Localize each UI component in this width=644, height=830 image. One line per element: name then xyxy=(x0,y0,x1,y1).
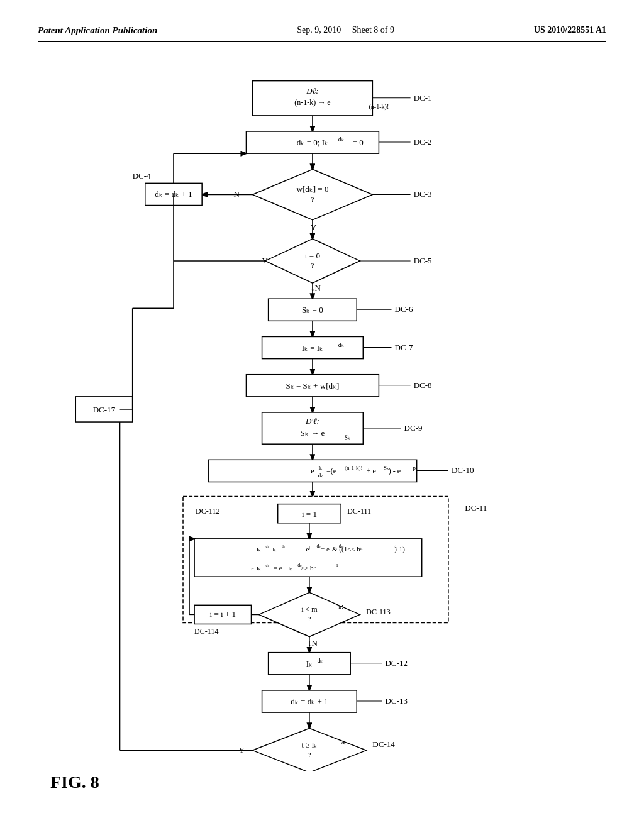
svg-text:?: ? xyxy=(308,615,311,622)
svg-text:DC-111: DC-111 xyxy=(347,507,371,516)
svg-text:DC-8: DC-8 xyxy=(414,380,432,390)
svg-text:dₖ = 0; Iₖ: dₖ = 0; Iₖ xyxy=(297,138,328,147)
svg-text:DC-113: DC-113 xyxy=(366,607,390,616)
svg-text:dₖ: dₖ xyxy=(317,657,323,664)
page: Patent Application Publication Sep. 9, 2… xyxy=(0,0,644,830)
flowchart-diagram: Dℓ: (n-1-k) → e (n-1-k)! DC-1 dₖ = 0; Iₖ… xyxy=(38,60,606,771)
svg-text:?: ? xyxy=(308,751,311,758)
svg-marker-14 xyxy=(253,169,373,219)
svg-text:Iₖ: Iₖ xyxy=(306,659,313,668)
svg-text:>> bⁿ: >> bⁿ xyxy=(301,564,316,572)
svg-text:i = i + 1: i = i + 1 xyxy=(210,609,236,619)
svg-text:)-1): )-1) xyxy=(394,545,405,553)
svg-text:e: e xyxy=(252,565,254,572)
svg-text:Iₖ = Iₖ: Iₖ = Iₖ xyxy=(302,343,324,353)
svg-text:Sₖ → e: Sₖ → e xyxy=(301,428,325,438)
svg-text:dₖ: dₖ xyxy=(282,545,286,548)
header-date-sheet: Sep. 9, 2010 Sheet 8 of 9 xyxy=(297,25,394,35)
header-sheet: Sheet 8 of 9 xyxy=(352,25,394,35)
svg-text:e: e xyxy=(311,467,314,475)
svg-text:dₖ: dₖ xyxy=(266,563,270,567)
svg-text:n!: n! xyxy=(338,604,343,610)
svg-text:= e: = e xyxy=(321,545,330,553)
svg-text:Y: Y xyxy=(311,223,317,232)
svg-text:dₖ = dₖ + 1: dₖ = dₖ + 1 xyxy=(291,697,328,706)
svg-text:= 0: = 0 xyxy=(353,138,364,147)
svg-text:dₖ: dₖ xyxy=(266,545,270,548)
figure-label: FIG. 8 xyxy=(50,772,99,792)
svg-text:DC-9: DC-9 xyxy=(404,423,423,433)
page-header: Patent Application Publication Sep. 9, 2… xyxy=(38,25,606,42)
header-title: Patent Application Publication xyxy=(38,25,157,36)
svg-text:DC-14: DC-14 xyxy=(372,739,395,749)
svg-text:p: p xyxy=(413,465,416,471)
svg-text:+ e: + e xyxy=(367,467,376,475)
svg-text:D'ℓ:: D'ℓ: xyxy=(305,416,319,426)
svg-text:DC-7: DC-7 xyxy=(395,343,413,352)
svg-text:DC-114: DC-114 xyxy=(194,627,218,636)
svg-text:(n-1-k)!: (n-1-k)! xyxy=(345,465,363,471)
svg-text:i < m: i < m xyxy=(301,605,318,614)
svg-text:DC-5: DC-5 xyxy=(414,256,432,265)
svg-marker-26 xyxy=(265,239,360,283)
svg-text:dₖ: dₖ xyxy=(338,136,344,143)
svg-text:t ≥ Iₖ: t ≥ Iₖ xyxy=(301,741,317,750)
header-date: Sep. 9, 2010 xyxy=(297,25,341,35)
svg-text:Iₖ: Iₖ xyxy=(288,565,292,572)
svg-text:― DC-11: ― DC-11 xyxy=(454,503,487,512)
header-patent-number: US 2010/228551 A1 xyxy=(534,25,606,35)
svg-text:DC-2: DC-2 xyxy=(414,137,432,147)
svg-text:DC-17: DC-17 xyxy=(93,405,116,414)
svg-text:Sₖ: Sₖ xyxy=(344,434,350,441)
svg-text:Iₖ: Iₖ xyxy=(318,465,323,471)
svg-text:DC-12: DC-12 xyxy=(385,658,408,668)
svg-text:DC-112: DC-112 xyxy=(196,507,219,516)
svg-text:Sₖ = 0: Sₖ = 0 xyxy=(302,305,323,314)
svg-text:=(e: =(e xyxy=(326,467,336,475)
svg-text:?: ? xyxy=(311,262,314,269)
svg-text:& ((1<< bⁿ: & ((1<< bⁿ xyxy=(332,545,363,553)
svg-text:Dℓ:: Dℓ: xyxy=(306,86,318,96)
svg-text:Iₖ: Iₖ xyxy=(272,546,277,553)
svg-text:Iₖ: Iₖ xyxy=(257,565,261,572)
svg-text:DC-1: DC-1 xyxy=(414,93,432,102)
svg-text:?: ? xyxy=(311,196,314,203)
svg-text:w[dₖ] = 0: w[dₖ] = 0 xyxy=(296,184,329,194)
svg-text:) - e: ) - e xyxy=(389,467,401,475)
svg-text:DC-3: DC-3 xyxy=(414,189,432,199)
svg-text:DC-13: DC-13 xyxy=(385,696,408,706)
svg-text:DC-10: DC-10 xyxy=(452,465,474,475)
svg-text:i = 1: i = 1 xyxy=(302,509,317,519)
svg-text:Sₖ = Sₖ + w[dₖ]: Sₖ = Sₖ + w[dₖ] xyxy=(286,381,339,390)
svg-text:DC-4: DC-4 xyxy=(133,171,151,180)
svg-text:DC-6: DC-6 xyxy=(395,304,413,314)
svg-text:dₖ: dₖ xyxy=(318,472,324,479)
svg-text:= e: = e xyxy=(274,564,282,572)
svg-text:(n-1-k) → e: (n-1-k) → e xyxy=(294,98,331,107)
svg-text:Iₖ: Iₖ xyxy=(257,546,261,553)
svg-text:eᴵ: eᴵ xyxy=(306,545,310,553)
svg-text:dₖ: dₖ xyxy=(341,739,347,746)
svg-text:dₖ: dₖ xyxy=(338,341,344,348)
svg-text:t = 0: t = 0 xyxy=(305,251,321,260)
svg-text:(n-1-k)!: (n-1-k)! xyxy=(369,103,389,111)
